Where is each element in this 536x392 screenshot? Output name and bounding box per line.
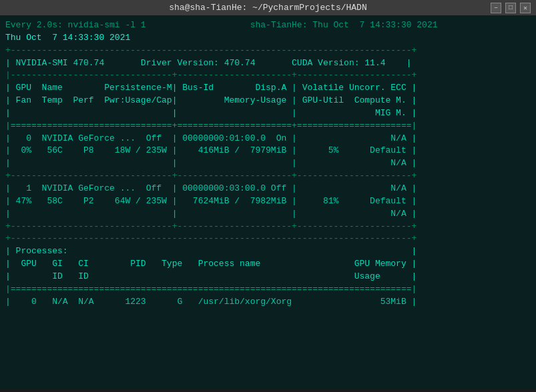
terminal-line-13: | | | N/A | xyxy=(5,157,531,170)
terminal-line-18: +-------------------------------+-------… xyxy=(5,221,531,233)
terminal-line-8: | Fan Temp Perf Pwr:Usage/Cap| Memory-Us… xyxy=(5,95,531,107)
terminal-line-0: Every 2.0s: nvidia-smi -l 1 sha-TianHe: … xyxy=(5,19,531,32)
terminal-line-16: | 47% 58C P2 64W / 235W | 7624MiB / 7982… xyxy=(5,195,531,208)
close-button[interactable]: ✕ xyxy=(520,3,531,13)
window-controls: – □ ✕ xyxy=(491,3,531,13)
terminal-line-7: | GPU Name Persistence-M| Bus-Id Disp.A … xyxy=(5,82,531,95)
terminal-line-10: |===============================+=======… xyxy=(5,120,531,133)
terminal-line-11: | 0 NVIDIA GeForce ... Off | 00000000:01… xyxy=(5,133,531,145)
maximize-button[interactable]: □ xyxy=(505,3,516,13)
terminal-line-2: Thu Oct 7 14:33:30 2021 xyxy=(5,32,531,45)
terminal-line-5: | NVIDIA-SMI 470.74 Driver Version: 470.… xyxy=(5,57,531,70)
minimize-button[interactable]: – xyxy=(491,3,501,13)
terminal-line-14: +-------------------------------+-------… xyxy=(5,170,531,183)
terminal-output: Every 2.0s: nvidia-smi -l 1 sha-TianHe: … xyxy=(0,15,536,389)
terminal-line-23: | ID ID Usage | xyxy=(5,271,531,283)
terminal-line-17: | | | N/A | xyxy=(5,208,531,221)
terminal-line-12: | 0% 56C P8 18W / 235W | 416MiB / 7979Mi… xyxy=(5,145,531,157)
terminal-line-9: | | | MIG M. | xyxy=(5,107,531,120)
terminal-line-15: | 1 NVIDIA GeForce ... Off | 00000000:03… xyxy=(5,183,531,195)
terminal-line-20: +---------------------------------------… xyxy=(5,233,531,245)
terminal-line-6: |-------------------------------+-------… xyxy=(5,69,531,82)
terminal-line-24: |=======================================… xyxy=(5,283,531,296)
title-bar: sha@sha-TianHe: ~/PycharmProjects/HADN –… xyxy=(0,0,536,15)
terminal-line-22: | GPU GI CI PID Type Process name GPU Me… xyxy=(5,258,531,271)
terminal-line-21: | Processes: | xyxy=(5,245,531,258)
terminal-line-25: | 0 N/A N/A 1223 G /usr/lib/xorg/Xorg 53… xyxy=(5,296,531,309)
terminal-line-4: +---------------------------------------… xyxy=(5,45,531,57)
window-title: sha@sha-TianHe: ~/PycharmProjects/HADN xyxy=(169,3,366,13)
